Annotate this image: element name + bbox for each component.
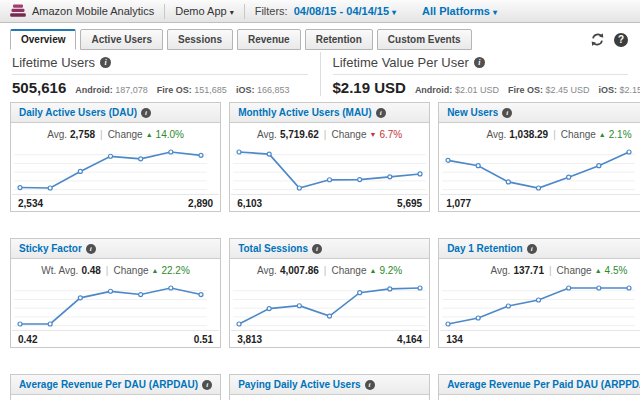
metric-card: Paying Daily Active Users i Avg. 177.43 … (229, 374, 430, 400)
lifetime-value-total: $2.19 USD (333, 79, 406, 96)
metric-card: New Users i Avg. 1,038.29 | Change ▲ 2.1… (438, 102, 640, 212)
app-selector-dropdown[interactable]: Demo App▾ (175, 5, 233, 17)
line-chart (12, 146, 219, 195)
card-title-link[interactable]: Total Sessions (238, 243, 308, 254)
card-stats: Avg. 4,007.86 | Change ▲ 9.2% (230, 259, 429, 282)
lifetime-value-values: $2.19 USD Android: $2.01 USD Fire OS: $2… (333, 75, 629, 96)
stat-label: Wt. Avg. (41, 265, 78, 276)
line-chart-svg (440, 282, 637, 330)
card-stats: Avg. 5,719.62 | Change ▼ 6.7% (230, 123, 429, 146)
card-header: Day 1 Retention i (439, 239, 640, 259)
stat-label: Avg. (257, 129, 277, 140)
change-value: 22.2% (161, 265, 189, 276)
info-icon[interactable]: i (312, 244, 322, 254)
tab-revenue[interactable]: Revenue (237, 29, 301, 50)
info-icon[interactable]: i (365, 380, 375, 390)
tab-sessions[interactable]: Sessions (167, 29, 233, 50)
stat-value: 137.71 (513, 265, 544, 276)
line-chart-svg (231, 146, 428, 194)
change-value: 2.1% (609, 129, 632, 140)
stat-label: Avg. (491, 265, 511, 276)
stat-label: Avg. (486, 129, 506, 140)
platform-label: Fire OS: (157, 85, 192, 95)
chart-first-value: 6,103 (237, 198, 262, 209)
stat-value: 5,719.62 (280, 129, 319, 140)
card-title-link[interactable]: Paying Daily Active Users (238, 379, 360, 390)
mobile-analytics-dashboard: Amazon Mobile Analytics Demo App▾ Filter… (0, 0, 640, 400)
info-icon[interactable]: i (474, 57, 485, 68)
topbar-divider (164, 4, 165, 19)
card-title-link[interactable]: Sticky Factor (19, 243, 82, 254)
chart-first-value: 1,077 (446, 198, 471, 209)
card-header: Average Revenue Per Paid DAU (ARPPDAU) i (439, 375, 640, 395)
platform-stat-fireos: Fire OS: $2.45 USD (508, 85, 590, 95)
info-icon[interactable]: i (86, 244, 96, 254)
platform-label: Android: (415, 85, 453, 95)
platform-label: iOS: (598, 85, 617, 95)
chevron-down-icon: ▾ (392, 8, 396, 17)
card-stats: Wt. Avg. $7.49 USD | Change ▲ 9.3% (439, 395, 640, 400)
line-chart (12, 282, 219, 331)
change-label: Change (557, 265, 592, 276)
info-icon[interactable]: i (100, 57, 111, 68)
stat-label: Avg. (257, 265, 277, 276)
platform-filter-dropdown[interactable]: All Platforms▾ (422, 5, 497, 17)
date-range-dropdown[interactable]: 04/08/15 - 04/14/15▾ (294, 5, 396, 17)
tab-active-users[interactable]: Active Users (80, 29, 163, 50)
amazon-mobile-analytics-logo (10, 4, 26, 18)
platform-value: 151,685 (194, 85, 227, 95)
tab-bar: OverviewActive UsersSessionsRevenueReten… (0, 23, 640, 50)
card-title-link[interactable]: Average Revenue Per DAU (ARPDAU) (19, 379, 198, 390)
stat-label: Avg. (47, 129, 67, 140)
platform-stat-android: Android: 187,078 (75, 85, 148, 95)
chart-first-value: 134 (446, 334, 463, 345)
chart-range-labels: 134 140 (439, 331, 640, 347)
change-label: Change (108, 129, 143, 140)
card-title-link[interactable]: Monthly Active Users (MAU) (238, 107, 372, 118)
chevron-down-icon: ▾ (493, 8, 497, 17)
lifetime-users-section: Lifetime Users i 505,616 Android: 187,07… (0, 52, 320, 96)
info-icon[interactable]: i (527, 244, 537, 254)
metric-card: Average Revenue Per Paid DAU (ARPPDAU) i… (438, 374, 640, 400)
chart-range-labels: 1,077 1,100 (439, 195, 640, 211)
info-icon[interactable]: i (202, 380, 212, 390)
line-chart (440, 282, 640, 331)
change-arrow-icon: ▲ (146, 131, 153, 138)
lifetime-summary: Lifetime Users i 505,616 Android: 187,07… (0, 50, 640, 102)
card-header: Paying Daily Active Users i (230, 375, 429, 395)
chart-last-value: 2,890 (188, 198, 213, 209)
info-icon[interactable]: i (141, 108, 151, 118)
platform-value: 187,078 (115, 85, 148, 95)
chart-first-value: 2,534 (18, 198, 43, 209)
info-icon[interactable]: i (376, 108, 386, 118)
card-title-link[interactable]: Day 1 Retention (447, 243, 523, 254)
line-chart (440, 146, 640, 195)
lifetime-users-heading: Lifetime Users i (12, 52, 308, 75)
change-value: 9.2% (379, 265, 402, 276)
refresh-icon[interactable] (590, 32, 605, 47)
line-chart (231, 146, 428, 195)
filters-label: Filters: (255, 5, 288, 17)
tab-overview[interactable]: Overview (10, 29, 76, 50)
platform-filter-label: All Platforms (422, 5, 490, 17)
change-value: 14.0% (156, 129, 184, 140)
change-arrow-icon: ▲ (152, 267, 159, 274)
tab-retention[interactable]: Retention (305, 29, 373, 50)
chart-first-value: 0.42 (18, 334, 37, 345)
metric-card: Monthly Active Users (MAU) i Avg. 5,719.… (229, 102, 430, 212)
card-title-link[interactable]: Daily Active Users (DAU) (19, 107, 137, 118)
card-header: Average Revenue Per DAU (ARPDAU) i (11, 375, 220, 395)
line-chart-svg (12, 146, 209, 194)
info-icon[interactable]: i (502, 108, 512, 118)
platform-label: Android: (75, 85, 113, 95)
card-title-link[interactable]: New Users (447, 107, 498, 118)
card-stats: Wt. Avg. 0.48 | Change ▲ 22.2% (11, 259, 220, 282)
help-icon[interactable]: ? (614, 33, 628, 47)
metric-cards-grid: Daily Active Users (DAU) i Avg. 2,758 | … (0, 102, 640, 400)
tab-custom-events[interactable]: Custom Events (377, 29, 472, 50)
card-title-link[interactable]: Average Revenue Per Paid DAU (ARPPDAU) (447, 379, 640, 390)
card-stats: Avg. 2,758 | Change ▲ 14.0% (11, 123, 220, 146)
platform-label: Fire OS: (508, 85, 543, 95)
stat-separator: | (324, 129, 327, 140)
change-arrow-icon: ▲ (369, 267, 376, 274)
